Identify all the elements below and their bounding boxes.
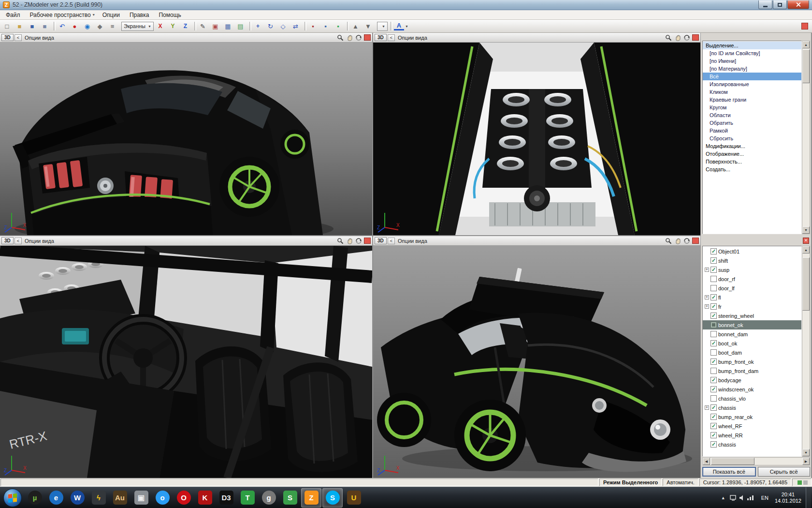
viewport-collapse-button[interactable]: < [388, 34, 395, 41]
selection-item[interactable]: Модификации... [703, 142, 801, 150]
scroll-thumb[interactable] [802, 257, 810, 311]
selection-item[interactable]: Создать... [703, 165, 801, 173]
object-visibility-checkbox[interactable] [710, 359, 717, 365]
object-row[interactable]: door_lf [703, 284, 801, 293]
taskbar-beer[interactable]: U [344, 488, 364, 508]
scroll-right-icon[interactable] [802, 458, 810, 465]
scale-tool-icon[interactable]: ◇ [278, 21, 290, 31]
object-row[interactable]: susp [703, 265, 801, 274]
snap-vertex-icon[interactable]: ▪ [308, 21, 320, 31]
show-all-button[interactable]: Показать всё [702, 467, 756, 477]
viewport-maximize-icon[interactable] [692, 238, 699, 244]
close-button[interactable] [787, 0, 809, 9]
viewport-canvas[interactable]: X Z [373, 43, 700, 235]
taskbar-photo-viewer[interactable]: ▣ [131, 488, 151, 508]
taskbar-d3[interactable]: D3 [216, 488, 236, 508]
object-row[interactable]: chassis_vlo [703, 394, 801, 403]
expander-icon[interactable] [705, 295, 709, 299]
panel-close-icon[interactable] [803, 238, 809, 244]
zoom-icon[interactable] [336, 237, 344, 244]
font-color-button[interactable]: A▼ [394, 22, 408, 30]
pan-hand-icon[interactable] [346, 237, 353, 244]
selection-item[interactable]: Поверхность... [703, 158, 801, 165]
selection-item[interactable]: Отображение... [703, 150, 801, 158]
scroll-thumb[interactable] [802, 49, 810, 83]
selection-item[interactable]: Кругом [703, 104, 801, 111]
object-row[interactable]: chassis [703, 403, 801, 412]
walk-mode-icon[interactable]: ▲ [350, 21, 363, 31]
viewport-maximize-icon[interactable] [364, 238, 371, 244]
selection-item[interactable]: [по Материалу] [703, 65, 801, 73]
scroll-down-icon[interactable] [802, 449, 810, 456]
object-visibility-checkbox[interactable] [710, 285, 717, 291]
object-visibility-checkbox[interactable] [710, 340, 717, 346]
taskbar-utorrent[interactable]: µ [25, 488, 45, 508]
taskbar-opera[interactable]: O [174, 488, 194, 508]
selection-item[interactable]: Выделение... [703, 42, 801, 49]
snap-edge-icon[interactable]: ▪ [320, 21, 333, 31]
selection-item[interactable]: Области [703, 111, 801, 119]
object-visibility-checkbox[interactable] [710, 276, 717, 282]
zoom-icon[interactable] [336, 34, 344, 41]
taskbar-vegas[interactable]: S [280, 488, 300, 508]
selection-item[interactable]: Изолированные [703, 80, 801, 88]
scroll-down-icon[interactable] [802, 226, 810, 234]
object-visibility-checkbox[interactable] [710, 303, 717, 310]
mesh-tool-icon[interactable]: ▤ [235, 21, 248, 31]
object-visibility-checkbox[interactable] [710, 441, 717, 448]
menu-edit[interactable]: Правка [126, 11, 155, 19]
viewport-mode-button[interactable]: 3D [375, 34, 387, 41]
pan-hand-icon[interactable] [346, 34, 353, 41]
scroll-left-icon[interactable] [703, 458, 710, 465]
tray-expand-icon[interactable]: ▲ [721, 495, 725, 500]
object-visibility-checkbox[interactable] [710, 404, 717, 411]
scroll-up-icon[interactable] [802, 246, 810, 254]
selection-item[interactable]: [по ID или Свойству] [703, 49, 801, 57]
object-visibility-checkbox[interactable] [710, 294, 717, 300]
viewport-collapse-button[interactable]: < [14, 34, 22, 41]
orbit-icon[interactable] [683, 237, 690, 244]
orbit-icon[interactable] [355, 34, 362, 41]
scroll-thumb[interactable] [711, 458, 754, 465]
selection-item[interactable]: Краевые грани [703, 96, 801, 104]
object-row[interactable]: bump_front_dam [703, 366, 801, 375]
menu-help[interactable]: Помощь [155, 11, 187, 19]
zoom-icon[interactable] [665, 237, 672, 244]
object-visibility-checkbox[interactable] [710, 349, 717, 356]
orbit-icon[interactable] [683, 34, 690, 41]
object-list-hscrollbar[interactable] [702, 457, 810, 465]
new-file-icon[interactable]: □ [2, 21, 14, 31]
grid-tool-icon[interactable]: ▦ [223, 21, 235, 31]
object-row[interactable]: fl [703, 293, 801, 302]
object-row[interactable]: Object01 [703, 247, 801, 256]
selection-item[interactable]: Сбросить [703, 134, 801, 142]
selection-item[interactable]: [по Имени] [703, 57, 801, 65]
object-row[interactable]: bump_rear_ok [703, 412, 801, 421]
zoom-icon[interactable] [665, 34, 672, 41]
move-tool-icon[interactable]: + [253, 21, 265, 31]
object-row[interactable]: steering_wheel [703, 311, 801, 320]
object-visibility-checkbox[interactable] [710, 331, 717, 337]
scroll-up-icon[interactable] [802, 41, 810, 48]
taskbar-daemon-tools[interactable]: ϟ [88, 488, 109, 508]
taskbar-media-player[interactable]: W [67, 488, 87, 508]
viewport-maximize-icon[interactable] [364, 34, 371, 41]
menu-file[interactable]: Файл [2, 11, 26, 19]
object-visibility-checkbox[interactable] [710, 432, 717, 438]
selection-item[interactable]: Обратить [703, 119, 801, 127]
taskbar-skype[interactable]: S [322, 488, 343, 508]
object-row[interactable]: chassis [703, 440, 801, 449]
viewport-canvas[interactable]: X Z [0, 43, 372, 235]
titlebar[interactable]: Z 52 - ZModeler ver 2.2.5 (Build 990) [0, 0, 812, 10]
language-indicator[interactable]: EN [759, 494, 770, 502]
rotate-tool-icon[interactable]: ↻ [265, 21, 278, 31]
web-icon[interactable]: ◉ [82, 21, 95, 31]
taskbar-kmplayer[interactable]: K [195, 488, 215, 508]
show-desktop-button[interactable] [806, 487, 811, 508]
snap-grid-icon[interactable]: ▪ [333, 21, 346, 31]
object-visibility-checkbox[interactable] [710, 313, 717, 319]
object-visibility-checkbox[interactable] [710, 395, 717, 402]
maximize-button[interactable] [773, 0, 787, 9]
screen-mode-dropdown[interactable]: Экранны▼ [121, 22, 154, 31]
object-row[interactable]: bodycage [703, 375, 801, 385]
